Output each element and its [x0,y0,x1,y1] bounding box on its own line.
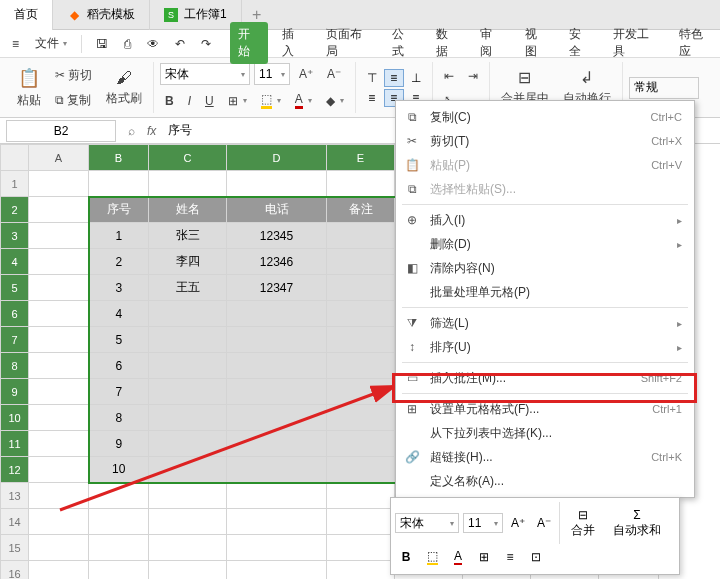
cell[interactable] [227,457,327,483]
ctx-comment[interactable]: ▭ 插入批注(M)... Shift+F2 [396,366,694,390]
ctx-copy[interactable]: ⧉ 复制(C) Ctrl+C [396,105,694,129]
clear-fmt-button[interactable]: ◆▾ [321,91,349,111]
cell[interactable] [29,327,89,353]
row-header[interactable]: 14 [1,509,29,535]
cell[interactable] [149,301,227,327]
cell[interactable] [149,483,227,509]
cell[interactable]: 张三 [149,223,227,249]
cell[interactable] [29,223,89,249]
col-header[interactable]: C [149,145,227,171]
mini-autosum-button[interactable]: Σ 自动求和 [606,513,668,533]
row-header[interactable]: 12 [1,457,29,483]
ribbon-formula[interactable]: 公式 [384,22,422,64]
cell[interactable] [29,197,89,223]
mini-merge-button[interactable]: ⊟ 合并 [564,513,602,533]
cut-button[interactable]: ✂ 剪切 [50,64,97,87]
ctx-sort[interactable]: ↕ 排序(U) ▸ [396,335,694,359]
cell[interactable] [149,431,227,457]
ctx-define-name[interactable]: 定义名称(A)... [396,469,694,493]
align-top-button[interactable]: ⊤ [362,69,382,87]
cell[interactable]: 电话 [227,197,327,223]
ribbon-feature[interactable]: 特色应 [671,22,720,64]
tab-home[interactable]: 首页 [0,0,53,30]
col-header[interactable]: D [227,145,327,171]
ribbon-insert[interactable]: 插入 [274,22,312,64]
cell[interactable] [29,379,89,405]
tab-workbook[interactable]: S 工作簿1 [150,0,242,30]
cell[interactable] [29,457,89,483]
ribbon-security[interactable]: 安全 [561,22,599,64]
ribbon-start[interactable]: 开始 [230,22,268,64]
cell[interactable]: 12345 [227,223,327,249]
ctx-hyperlink[interactable]: 🔗 超链接(H)... Ctrl+K [396,445,694,469]
align-bottom-button[interactable]: ⊥ [406,69,426,87]
italic-button[interactable]: I [183,91,196,111]
cell[interactable]: 12347 [227,275,327,301]
cell[interactable] [327,171,395,197]
cell[interactable]: 5 [89,327,149,353]
cell[interactable]: 10 [89,457,149,483]
ctx-insert[interactable]: ⊕ 插入(I) ▸ [396,208,694,232]
row-header[interactable]: 6 [1,301,29,327]
cell[interactable] [327,327,395,353]
cell[interactable] [327,275,395,301]
cell[interactable]: 9 [89,431,149,457]
cell[interactable] [149,457,227,483]
ribbon-review[interactable]: 审阅 [472,22,510,64]
ctx-paste-special[interactable]: ⧉ 选择性粘贴(S)... [396,177,694,201]
cell[interactable] [327,405,395,431]
cell[interactable] [149,535,227,561]
col-header[interactable]: B [89,145,149,171]
cell[interactable] [149,353,227,379]
ctx-format-cells[interactable]: ⊞ 设置单元格格式(F)... Ctrl+1 [396,397,694,421]
mini-font-color[interactable]: A [447,547,469,567]
indent-inc-button[interactable]: ⇥ [463,66,483,86]
row-header[interactable]: 11 [1,431,29,457]
cell[interactable] [227,353,327,379]
mini-font-inc[interactable]: A⁺ [507,513,529,533]
select-all-corner[interactable] [1,145,29,171]
cell[interactable] [327,457,395,483]
cell[interactable]: 王五 [149,275,227,301]
cell[interactable] [29,249,89,275]
cell[interactable] [149,379,227,405]
row-header[interactable]: 3 [1,223,29,249]
row-header[interactable]: 1 [1,171,29,197]
cell[interactable]: 7 [89,379,149,405]
cell[interactable] [29,561,89,580]
row-header[interactable]: 10 [1,405,29,431]
cell[interactable] [227,431,327,457]
bold-button[interactable]: B [160,91,179,111]
cell[interactable]: 李四 [149,249,227,275]
font-color-button[interactable]: A▾ [290,89,317,112]
row-header[interactable]: 2 [1,197,29,223]
ctx-clear[interactable]: ◧ 清除内容(N) [396,256,694,280]
col-header[interactable]: E [327,145,395,171]
tab-add-button[interactable]: + [242,6,272,24]
align-left-button[interactable]: ≡ [362,89,382,107]
number-format-select[interactable]: 常规 [629,77,699,99]
row-header[interactable]: 13 [1,483,29,509]
cell[interactable] [29,483,89,509]
cell[interactable] [327,249,395,275]
align-middle-button[interactable]: ≡ [384,69,404,87]
cell[interactable] [89,561,149,580]
copy-button[interactable]: ⧉ 复制 [50,89,97,112]
cell[interactable]: 1 [89,223,149,249]
ribbon-view[interactable]: 视图 [517,22,555,64]
indent-dec-button[interactable]: ⇤ [439,66,459,86]
cell[interactable]: 6 [89,353,149,379]
cell[interactable] [29,171,89,197]
mini-format[interactable]: ⊡ [525,547,547,567]
cell[interactable] [29,535,89,561]
cell[interactable]: 2 [89,249,149,275]
font-increase-button[interactable]: A⁺ [294,64,318,84]
cell[interactable] [327,431,395,457]
cell[interactable] [29,301,89,327]
format-painter-button[interactable]: 🖌 格式刷 [101,66,147,110]
row-header[interactable]: 7 [1,327,29,353]
cell[interactable] [227,561,327,580]
fx-icon[interactable]: fx [141,124,162,138]
border-button[interactable]: ⊞▾ [223,91,252,111]
cell[interactable] [327,561,395,580]
